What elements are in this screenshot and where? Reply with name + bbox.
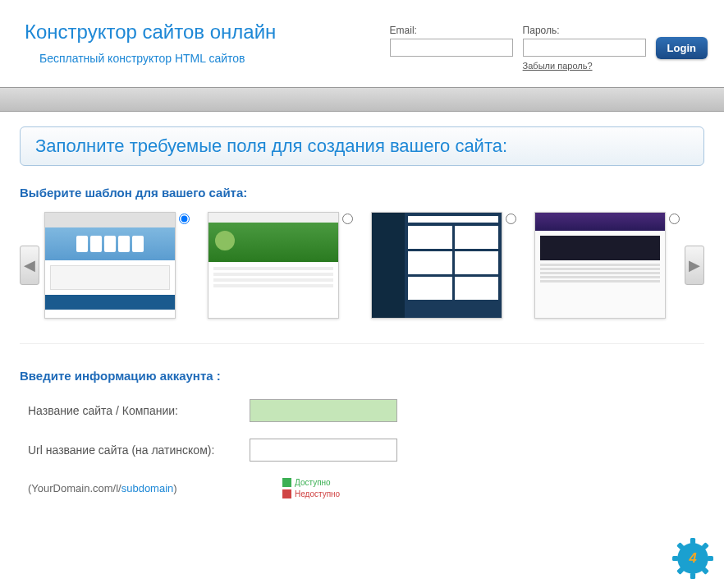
- template-thumbnail-1[interactable]: [44, 212, 176, 319]
- main-content: Заполните требуемые поля для создания ва…: [0, 112, 724, 513]
- login-button[interactable]: Login: [656, 37, 708, 59]
- svg-rect-3: [672, 556, 678, 561]
- legend-available-text: Доступно: [295, 478, 331, 487]
- instruction-box: Заполните требуемые поля для создания ва…: [20, 126, 704, 166]
- template-radio-4[interactable]: [669, 214, 680, 224]
- template-section-heading: Выберите шаблон для вашего сайта:: [20, 186, 704, 200]
- email-label: Email:: [390, 25, 513, 36]
- template-list: [44, 212, 680, 319]
- password-label: Пароль:: [523, 25, 646, 36]
- template-item: [208, 212, 353, 319]
- password-input[interactable]: [523, 39, 646, 57]
- legend-box-green: [282, 478, 291, 487]
- legend-available: Доступно: [282, 478, 340, 487]
- gear-icon: 4: [671, 537, 714, 580]
- carousel-next-button[interactable]: ▶: [685, 246, 704, 285]
- domain-prefix: (YourDomain.com/l/: [28, 482, 121, 494]
- legend-unavailable-text: Недоступно: [295, 489, 340, 498]
- login-area: Email: Пароль: Забыли пароль? Login: [390, 21, 708, 71]
- chevron-left-icon: ◀: [24, 256, 35, 274]
- template-radio-3[interactable]: [506, 214, 516, 224]
- template-item: [44, 212, 190, 319]
- email-field-group: Email:: [390, 25, 513, 57]
- header: Конструктор сайтов онлайн Бесплатный кон…: [0, 0, 724, 87]
- domain-suffix: ): [173, 482, 176, 494]
- url-name-label: Url название сайта (на латинском):: [20, 443, 250, 457]
- url-name-row: Url название сайта (на латинском):: [20, 439, 704, 462]
- url-name-input[interactable]: [250, 439, 397, 462]
- chevron-right-icon: ▶: [689, 256, 700, 274]
- site-name-label: Название сайта / Компании:: [20, 404, 250, 417]
- legend-unavailable: Недоступно: [282, 489, 340, 498]
- domain-hint: (YourDomain.com/l/subdomain): [20, 482, 250, 494]
- template-carousel: ◀: [20, 212, 704, 344]
- template-radio-2[interactable]: [342, 214, 353, 224]
- svg-rect-2: [690, 573, 695, 579]
- password-field-group: Пароль: Забыли пароль?: [523, 25, 646, 71]
- availability-legend: Доступно Недоступно: [282, 478, 340, 498]
- email-input[interactable]: [390, 39, 513, 57]
- site-name-row: Название сайта / Компании:: [20, 399, 704, 422]
- carousel-prev-button[interactable]: ◀: [20, 246, 39, 285]
- template-item: [534, 212, 680, 319]
- brand-block: Конструктор сайтов онлайн Бесплатный кон…: [25, 21, 276, 71]
- svg-rect-1: [690, 538, 695, 544]
- account-section-heading: Введите информацию аккаунта :: [20, 369, 704, 383]
- svg-rect-4: [708, 556, 713, 561]
- brand-title: Конструктор сайтов онлайн: [25, 21, 276, 44]
- template-item: [371, 212, 516, 319]
- settings-widget[interactable]: 4: [671, 537, 714, 580]
- account-info-section: Введите информацию аккаунта : Название с…: [20, 369, 704, 498]
- legend-box-red: [282, 489, 291, 498]
- domain-hint-row: (YourDomain.com/l/subdomain) Доступно Не…: [20, 478, 704, 498]
- domain-subdomain: subdomain: [121, 482, 174, 494]
- divider-bar: [0, 87, 724, 112]
- template-thumbnail-4[interactable]: [534, 212, 666, 319]
- svg-text:4: 4: [688, 550, 696, 566]
- template-radio-1[interactable]: [179, 214, 190, 224]
- brand-subtitle: Бесплатный конструктор HTML сайтов: [39, 52, 276, 65]
- site-name-input[interactable]: [250, 399, 397, 422]
- forgot-password-link[interactable]: Забыли пароль?: [523, 61, 646, 71]
- template-thumbnail-3[interactable]: [371, 212, 502, 319]
- template-thumbnail-2[interactable]: [208, 212, 339, 319]
